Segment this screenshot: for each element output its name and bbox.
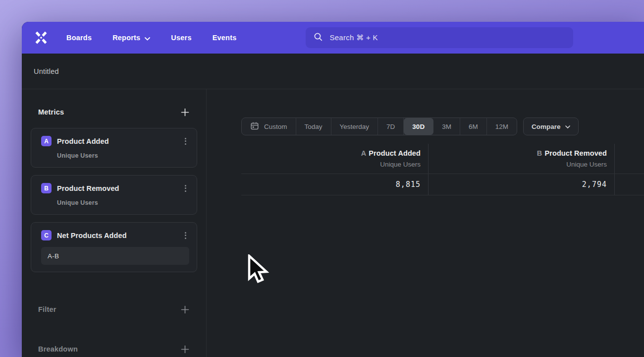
- kebab-menu-icon[interactable]: [181, 184, 189, 193]
- range-yesterday-button[interactable]: Yesterday: [331, 118, 378, 135]
- query-sidebar: Metrics A Product Added Unique Users B P…: [22, 89, 207, 357]
- metric-badge-c: C: [41, 230, 52, 240]
- date-range-segmented-control: Custom Today Yesterday 7D 30D 3M 6M 12M: [241, 118, 517, 135]
- column-letter: A: [361, 149, 367, 157]
- date-range-toolbar: Custom Today Yesterday 7D 30D 3M 6M 12M …: [241, 118, 579, 135]
- range-label: Yesterday: [340, 123, 370, 130]
- value-product-removed: 2,794: [582, 180, 607, 189]
- report-title[interactable]: Untitled: [34, 67, 59, 75]
- metric-title: Net Products Added: [57, 232, 181, 239]
- filter-section-title: Filter: [38, 305, 56, 313]
- chevron-down-icon: [145, 34, 150, 42]
- nav-item-reports[interactable]: Reports: [112, 33, 150, 42]
- breakdown-section-title: Breakdown: [38, 345, 78, 353]
- metrics-section-title: Metrics: [38, 108, 64, 116]
- range-label: 7D: [386, 123, 395, 130]
- table-cell-product-removed[interactable]: 2,794: [428, 174, 614, 195]
- metrics-section-header: Metrics: [31, 107, 197, 117]
- metric-measure[interactable]: Unique Users: [57, 152, 189, 159]
- nav-item-events[interactable]: Events: [213, 34, 237, 42]
- metric-card-a[interactable]: A Product Added Unique Users: [31, 128, 197, 168]
- table-value-row: 8,815 2,794: [241, 174, 644, 195]
- range-label: 3M: [442, 123, 451, 130]
- add-filter-button[interactable]: [180, 304, 190, 314]
- breakdown-section-header: Breakdown: [31, 344, 197, 354]
- search-placeholder: Search ⌘ + K: [329, 33, 377, 42]
- table-header-partial-column: [614, 144, 644, 174]
- report-main-area: Custom Today Yesterday 7D 30D 3M 6M 12M …: [207, 89, 644, 357]
- app-window: Boards Reports Users Events Search ⌘ + K: [22, 22, 644, 357]
- range-12m-button[interactable]: 12M: [487, 118, 517, 135]
- range-3m-button[interactable]: 3M: [433, 118, 460, 135]
- range-today-button[interactable]: Today: [296, 118, 331, 135]
- nav-item-boards[interactable]: Boards: [66, 34, 92, 42]
- range-label: 12M: [495, 123, 508, 130]
- range-label: 6M: [469, 123, 478, 130]
- column-measure: Unique Users: [241, 161, 421, 168]
- column-name: Product Removed: [544, 149, 607, 157]
- column-letter: B: [537, 149, 542, 157]
- kebab-menu-icon[interactable]: [181, 231, 189, 240]
- column-measure: Unique Users: [429, 161, 607, 168]
- nav-item-label: Users: [171, 34, 191, 42]
- range-label: Today: [305, 123, 322, 130]
- mixpanel-logo-icon[interactable]: [33, 29, 50, 46]
- metric-card-c[interactable]: C Net Products Added A-B: [31, 222, 197, 272]
- table-header-product-added[interactable]: AProduct Added Unique Users: [241, 144, 428, 174]
- column-name: Product Added: [369, 149, 421, 157]
- top-navbar: Boards Reports Users Events Search ⌘ + K: [22, 22, 644, 54]
- search-icon: [314, 32, 323, 44]
- metric-title: Product Removed: [57, 184, 181, 192]
- range-label: 30D: [412, 123, 425, 130]
- nav-item-label: Events: [213, 34, 237, 42]
- calendar-icon: [250, 121, 259, 132]
- metric-badge-a: A: [41, 136, 52, 146]
- formula-input[interactable]: A-B: [41, 247, 189, 265]
- nav-links: Boards Reports Users Events: [66, 33, 236, 42]
- metric-card-b[interactable]: B Product Removed Unique Users: [31, 175, 197, 215]
- table-header-row: AProduct Added Unique Users BProduct Rem…: [241, 144, 644, 174]
- chevron-down-icon: [565, 123, 570, 130]
- compare-label: Compare: [532, 123, 561, 130]
- metric-badge-b: B: [41, 183, 52, 193]
- value-product-added: 8,815: [396, 180, 421, 189]
- range-6m-button[interactable]: 6M: [460, 118, 487, 135]
- add-breakdown-button[interactable]: [180, 344, 190, 354]
- kebab-menu-icon[interactable]: [181, 137, 189, 146]
- metrics-table: AProduct Added Unique Users BProduct Rem…: [241, 144, 644, 195]
- table-cell-partial-column: [614, 174, 644, 195]
- range-label: Custom: [264, 123, 287, 130]
- metric-title: Product Added: [57, 137, 181, 145]
- filter-section-header: Filter: [31, 304, 197, 314]
- search-input[interactable]: Search ⌘ + K: [306, 27, 573, 48]
- nav-item-users[interactable]: Users: [171, 34, 191, 42]
- add-metric-button[interactable]: [180, 107, 190, 117]
- nav-item-label: Reports: [112, 34, 140, 42]
- metric-measure[interactable]: Unique Users: [57, 199, 189, 206]
- range-7d-button[interactable]: 7D: [378, 118, 404, 135]
- compare-button[interactable]: Compare: [523, 118, 579, 135]
- range-30d-button[interactable]: 30D: [404, 118, 433, 135]
- nav-item-label: Boards: [66, 34, 92, 42]
- table-cell-product-added[interactable]: 8,815: [241, 174, 428, 195]
- report-title-bar: Untitled: [22, 54, 644, 89]
- table-header-product-removed[interactable]: BProduct Removed Unique Users: [428, 144, 614, 174]
- range-custom-button[interactable]: Custom: [242, 118, 296, 135]
